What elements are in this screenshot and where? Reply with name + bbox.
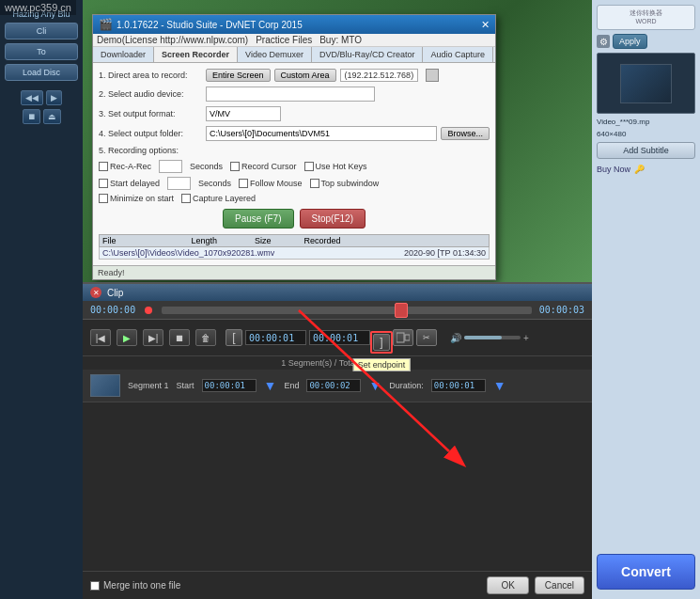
video-resolution: 640×480 (597, 130, 695, 138)
field4-label: 4. Select output folder: (99, 129, 202, 138)
form-row-5-label: 5. Recording options: (99, 146, 490, 155)
col-file: File (102, 236, 117, 245)
top-subwindow-check[interactable]: Top subwindow (310, 179, 380, 188)
checkbox-row-c: Minimize on start Capture Layered (99, 194, 490, 203)
studio-close-btn[interactable]: ✕ (481, 19, 490, 31)
stop-button[interactable]: Stop(F12) (300, 209, 366, 229)
output-folder-input[interactable] (206, 126, 437, 141)
stop-btn[interactable]: ⏹ (169, 329, 190, 346)
seconds-label-a: Seconds (190, 162, 223, 171)
video-filename: Video_***09.mp (597, 118, 695, 126)
tab-video-demuxer[interactable]: Video Demuxer (238, 47, 312, 62)
merge-checkbox[interactable] (90, 581, 100, 591)
duration-arrow-icon: ▼ (493, 378, 506, 393)
record-cursor-checkbox[interactable] (230, 162, 240, 171)
top-subwindow-checkbox[interactable] (310, 179, 319, 188)
volume-control: 🔊 + (450, 333, 529, 343)
gear-icon[interactable]: ⚙ (597, 35, 610, 48)
follow-mouse-checkbox[interactable] (239, 179, 248, 188)
seconds-label-b: Seconds (198, 179, 231, 188)
prev-btn[interactable]: ◀◀ (21, 90, 43, 105)
buy-button[interactable]: Buy Now (597, 165, 630, 174)
stop-btn2[interactable]: ⏹ (23, 109, 40, 124)
endpoint-tooltip: Set endpoint (353, 358, 411, 371)
timeline-start: 00:00:00 (90, 305, 135, 315)
minimize-checkbox[interactable] (99, 194, 108, 203)
tab-screen-recorder[interactable]: Screen Recorder (154, 47, 238, 62)
svg-rect-1 (405, 335, 410, 340)
pause-button[interactable]: Pause (F7) (223, 209, 293, 229)
in-point-input[interactable] (245, 330, 306, 345)
scene-btn-2[interactable]: ✂ (416, 329, 437, 346)
eject-btn[interactable]: ⏏ (43, 109, 61, 124)
rec-a-rec-check[interactable]: Rec-A-Rec (99, 162, 151, 171)
audio-device-input[interactable] (206, 87, 375, 102)
output-format-input[interactable] (206, 106, 281, 121)
video-preview (620, 64, 672, 103)
apply-button[interactable]: Apply (613, 34, 647, 49)
hotkeys-check[interactable]: Use Hot Keys (304, 162, 367, 171)
capture-layered-checkbox[interactable] (181, 194, 191, 203)
custom-area-btn[interactable]: Custom Area (274, 69, 336, 82)
out-point-bracket[interactable]: ] (373, 334, 390, 351)
cancel-button[interactable]: Cancel (535, 576, 584, 594)
capture-layered-check[interactable]: Capture Layered (181, 194, 256, 203)
apply-row: ⚙ Apply (597, 34, 695, 49)
play-btn[interactable]: ▶ (46, 90, 62, 105)
fps-input[interactable] (159, 160, 182, 173)
watermark-text: www.pc359.cn (5, 2, 71, 13)
segment-end-input[interactable] (306, 379, 361, 392)
tab-audio-capture[interactable]: Audio Capture (423, 47, 493, 62)
menu-buy[interactable]: Buy: MTO (319, 35, 362, 45)
bottom-buttons: OK Cancel (487, 576, 584, 594)
controls-row: |◀ ▶ ▶| ⏹ 🗑 [ ] Set endpoint (83, 320, 592, 356)
left-menu-to[interactable]: To (5, 43, 78, 60)
start-delayed-check[interactable]: Start delayed (99, 179, 160, 188)
studio-title-text: 1.0.17622 - Studio Suite - DvNET Corp 20… (117, 20, 303, 30)
left-menu-clip[interactable]: Cli (5, 23, 78, 39)
skip-back-btn[interactable]: |◀ (90, 329, 111, 346)
timeline-track[interactable] (162, 307, 532, 314)
ok-button[interactable]: OK (487, 576, 528, 594)
volume-fill (464, 336, 502, 339)
volume-max-icon: + (523, 333, 529, 343)
segment-start-input[interactable] (202, 379, 257, 392)
record-cursor-check[interactable]: Record Cursor (230, 162, 297, 171)
studio-title-icon: 🎬 (99, 18, 113, 31)
minimize-check[interactable]: Minimize on start (99, 194, 174, 203)
play-pause-btn[interactable]: ▶ (117, 329, 137, 346)
segment-duration-input[interactable] (431, 379, 486, 392)
segment-thumbnail (90, 374, 120, 397)
convert-button[interactable]: Convert (597, 554, 695, 590)
add-subtitle-button[interactable]: Add Subtitle (597, 142, 695, 159)
tab-dvd-creator[interactable]: DVD/Blu-Ray/CD Creator (312, 47, 424, 62)
volume-icon[interactable]: 🔊 (450, 333, 461, 343)
start-delayed-checkbox[interactable] (99, 179, 108, 188)
status-text: Ready! (98, 268, 125, 277)
timeline-handle[interactable] (395, 303, 408, 318)
hotkeys-checkbox[interactable] (304, 162, 314, 171)
browse-btn[interactable]: Browse... (441, 127, 490, 140)
menu-practice[interactable]: Practice Files (256, 35, 312, 45)
delay-input[interactable] (167, 177, 191, 190)
merge-label: Merge into one file (103, 580, 180, 591)
follow-mouse-check[interactable]: Follow Mouse (239, 179, 303, 188)
out-point-input[interactable] (309, 330, 370, 345)
delete-btn[interactable]: 🗑 (195, 329, 216, 346)
skip-fwd-btn[interactable]: ▶| (143, 329, 163, 346)
login-icon[interactable]: 🔑 (634, 165, 645, 174)
rec-a-rec-checkbox[interactable] (99, 162, 108, 171)
area-btn[interactable]: Entire Screen (206, 69, 271, 82)
left-menu-load[interactable]: Load Disc (5, 64, 78, 81)
tab-downloader[interactable]: Downloader (93, 47, 154, 62)
record-btn-row: Pause (F7) Stop(F12) (99, 209, 490, 229)
studio-tabs: Downloader Screen Recorder Video Demuxer… (93, 47, 495, 63)
in-point-bracket[interactable]: [ (226, 329, 242, 346)
scene-btn-1[interactable] (393, 329, 413, 346)
col-length: Length (192, 236, 218, 245)
volume-track[interactable] (464, 336, 521, 339)
follow-mouse-label: Follow Mouse (250, 179, 303, 188)
menu-demo[interactable]: Demo(License http://www.nlpw.com) (97, 35, 248, 45)
endpoint-area: ] Set endpoint (373, 334, 390, 351)
clip-close-btn[interactable]: ✕ (90, 287, 101, 298)
